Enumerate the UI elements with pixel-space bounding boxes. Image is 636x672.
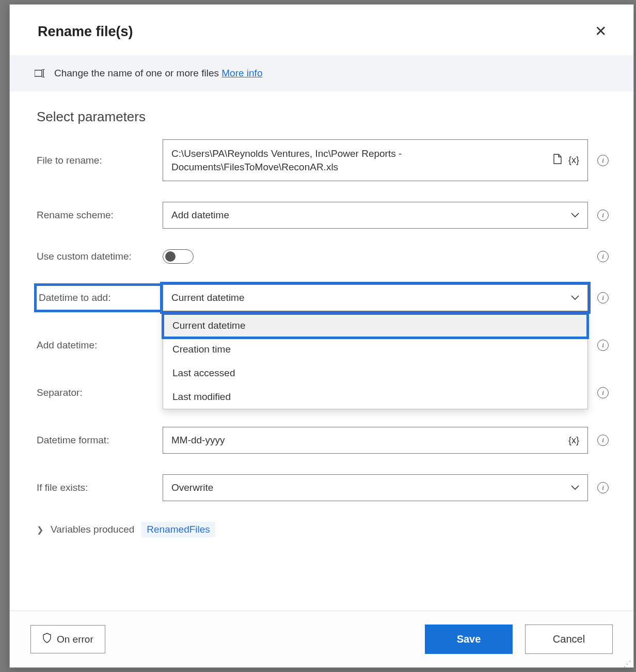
- file-picker-icon[interactable]: [553, 154, 562, 167]
- dropdown-option-last-modified[interactable]: Last modified: [163, 385, 587, 409]
- label-if-file-exists: If file exists:: [37, 482, 163, 493]
- datetime-to-add-dropdown: Current datetime Creation time Last acce…: [163, 313, 588, 409]
- rename-files-dialog: Rename file(s) ✕ Change the name of one …: [9, 4, 634, 668]
- chevron-down-icon: [571, 295, 579, 300]
- more-info-link[interactable]: More info: [221, 68, 262, 78]
- on-error-button[interactable]: On error: [30, 625, 105, 653]
- row-datetime-to-add: Datetime to add: Current datetime Curren…: [37, 284, 609, 311]
- info-icon[interactable]: i: [597, 251, 609, 262]
- dropdown-option-current-datetime[interactable]: Current datetime: [163, 314, 587, 338]
- row-file-to-rename: File to rename: C:\Users\PA\Reynolds Ven…: [37, 139, 609, 181]
- resize-grip-icon[interactable]: ⋰: [623, 662, 632, 666]
- variable-picker-icon[interactable]: {x}: [568, 435, 579, 446]
- info-icon[interactable]: i: [597, 155, 609, 166]
- rename-icon: [35, 69, 46, 77]
- dialog-footer: On error Save Cancel ⋰: [10, 611, 633, 667]
- dialog-body: Select parameters File to rename: C:\Use…: [10, 91, 633, 611]
- save-button[interactable]: Save: [425, 625, 513, 654]
- label-datetime-to-add: Datetime to add:: [37, 286, 163, 310]
- file-to-rename-input[interactable]: C:\Users\PA\Reynolds Ventures, Inc\Power…: [163, 139, 588, 181]
- close-icon[interactable]: ✕: [591, 22, 611, 41]
- variable-pill-renamedfiles[interactable]: RenamedFiles: [141, 522, 215, 537]
- row-use-custom-datetime: Use custom datetime: i: [37, 249, 609, 264]
- variables-produced-label: Variables produced: [51, 524, 134, 535]
- info-icon[interactable]: i: [597, 292, 609, 303]
- svg-rect-0: [35, 70, 42, 76]
- info-icon[interactable]: i: [597, 340, 609, 351]
- row-if-file-exists: If file exists: Overwrite i: [37, 474, 609, 501]
- info-text: Change the name of one or more files Mor…: [54, 68, 262, 79]
- label-add-datetime: Add datetime:: [37, 340, 163, 351]
- rename-scheme-select[interactable]: Add datetime: [163, 202, 588, 229]
- chevron-right-icon: ❯: [37, 525, 43, 535]
- dialog-titlebar: Rename file(s) ✕: [10, 5, 633, 55]
- dropdown-option-creation-time[interactable]: Creation time: [163, 338, 587, 361]
- dropdown-option-last-accessed[interactable]: Last accessed: [163, 361, 587, 385]
- label-separator: Separator:: [37, 387, 163, 398]
- cancel-button[interactable]: Cancel: [525, 625, 613, 654]
- toggle-knob: [165, 251, 176, 262]
- row-rename-scheme: Rename scheme: Add datetime i: [37, 202, 609, 229]
- chevron-down-icon: [571, 485, 579, 490]
- info-icon[interactable]: i: [597, 387, 609, 398]
- if-file-exists-select[interactable]: Overwrite: [163, 474, 588, 501]
- dialog-title: Rename file(s): [38, 24, 133, 40]
- dialog-infobar: Change the name of one or more files Mor…: [10, 55, 633, 91]
- chevron-down-icon: [571, 213, 579, 218]
- variable-picker-icon[interactable]: {x}: [568, 155, 579, 166]
- label-file-to-rename: File to rename:: [37, 155, 163, 166]
- variables-produced-row[interactable]: ❯ Variables produced RenamedFiles: [37, 522, 609, 537]
- info-icon[interactable]: i: [597, 482, 609, 493]
- shield-icon: [42, 633, 52, 646]
- label-rename-scheme: Rename scheme:: [37, 210, 163, 221]
- use-custom-toggle[interactable]: [163, 249, 194, 264]
- label-use-custom: Use custom datetime:: [37, 251, 163, 262]
- label-datetime-format: Datetime format:: [37, 435, 163, 446]
- info-icon[interactable]: i: [597, 435, 609, 446]
- row-datetime-format: Datetime format: MM-dd-yyyy {x} i: [37, 427, 609, 454]
- datetime-format-input[interactable]: MM-dd-yyyy {x}: [163, 427, 588, 454]
- section-title: Select parameters: [37, 109, 609, 125]
- datetime-to-add-select[interactable]: Current datetime: [163, 284, 588, 311]
- info-icon[interactable]: i: [597, 210, 609, 221]
